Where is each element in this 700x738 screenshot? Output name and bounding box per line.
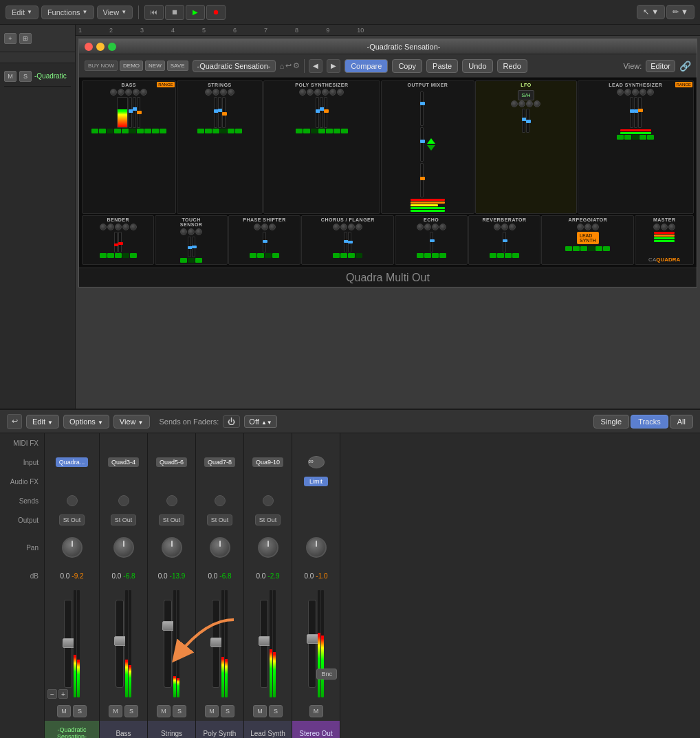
rewind-btn[interactable]: ⏮ bbox=[144, 5, 164, 20]
single-toggle[interactable]: Single bbox=[593, 415, 630, 428]
ch1-pan-knob[interactable] bbox=[62, 537, 83, 558]
pencil-tool[interactable]: ✏ ▼ bbox=[666, 5, 694, 19]
bend-k5[interactable] bbox=[130, 224, 137, 230]
rev-f1[interactable] bbox=[503, 232, 506, 252]
ch2-sends-knob[interactable] bbox=[118, 495, 129, 506]
ch6-pan-knob[interactable] bbox=[306, 537, 327, 558]
poly-knob-1[interactable] bbox=[299, 89, 306, 96]
out-fader-2[interactable] bbox=[420, 127, 424, 162]
cho-k2[interactable] bbox=[340, 224, 347, 230]
cho-f2[interactable] bbox=[348, 232, 351, 252]
bass-fader-3[interactable] bbox=[137, 97, 140, 128]
phase-gbtn-2[interactable] bbox=[257, 253, 264, 258]
track-item-quadratic[interactable]: M S -Quadratic bbox=[4, 66, 71, 87]
arp-gbtn-6[interactable] bbox=[603, 246, 610, 251]
poly-gbtn-7[interactable] bbox=[341, 129, 348, 133]
demo-btn[interactable]: DEMO bbox=[120, 61, 143, 71]
bend-gbtn-4[interactable] bbox=[122, 253, 129, 258]
lfo-knob-1[interactable] bbox=[511, 100, 518, 107]
bass-knob-2[interactable] bbox=[118, 89, 124, 96]
ch5-s-btn[interactable]: S bbox=[269, 705, 283, 717]
bend-k3[interactable] bbox=[115, 224, 122, 230]
pointer-tool[interactable]: ↖ ▼ bbox=[637, 5, 665, 19]
sends-onoff-btn[interactable]: ⏻ bbox=[223, 415, 240, 428]
cho-k1[interactable] bbox=[333, 224, 340, 230]
mute-btn[interactable]: M bbox=[4, 71, 17, 82]
ch5-output-btn[interactable]: St Out bbox=[255, 514, 281, 525]
echo-gbtn-4[interactable] bbox=[439, 253, 446, 258]
bass-gbtn-1[interactable] bbox=[91, 129, 98, 133]
echo-gbtn-1[interactable] bbox=[417, 253, 424, 258]
buy-now-btn[interactable]: BUY NOW bbox=[85, 61, 118, 71]
str-gbtn-5[interactable] bbox=[228, 129, 234, 133]
ch1-output-btn[interactable]: St Out bbox=[59, 514, 85, 525]
str-gbtn-6[interactable] bbox=[235, 129, 242, 133]
compare-btn[interactable]: Compare bbox=[344, 59, 388, 73]
lfo-knob-3[interactable] bbox=[526, 100, 533, 107]
str-fader-2[interactable] bbox=[218, 97, 221, 128]
bass-gbtn-8[interactable] bbox=[144, 129, 151, 133]
mixer-options-btn[interactable]: Options ▼ bbox=[63, 415, 109, 428]
str-knob-2[interactable] bbox=[212, 89, 219, 96]
ch3-fader-track[interactable] bbox=[164, 600, 172, 688]
ch6-stereo-icon[interactable]: ∞ bbox=[308, 456, 325, 468]
str-gbtn-1[interactable] bbox=[197, 129, 204, 133]
lfo-knob-2[interactable] bbox=[518, 100, 525, 107]
redo-btn[interactable]: Redo bbox=[497, 59, 527, 73]
ch2-output-btn[interactable]: St Out bbox=[111, 514, 137, 525]
lead-gbtn-1[interactable] bbox=[617, 135, 624, 140]
phase-gbtn-3[interactable] bbox=[265, 253, 272, 258]
touch-gbtn-2[interactable] bbox=[188, 258, 195, 263]
ch6-m-btn[interactable]: M bbox=[309, 705, 323, 717]
lead-gbtn-4[interactable] bbox=[639, 135, 646, 140]
ch1-input-chip[interactable]: Quadra... bbox=[56, 457, 89, 467]
touch-f1[interactable] bbox=[188, 237, 191, 257]
bass-knob-1[interactable] bbox=[110, 89, 117, 96]
lead-fader-1[interactable] bbox=[630, 97, 633, 128]
lead-fader-2[interactable] bbox=[634, 97, 637, 128]
echo-k4[interactable] bbox=[439, 224, 446, 230]
arrow-down-icon[interactable] bbox=[427, 145, 435, 151]
poly-knob-4[interactable] bbox=[322, 89, 329, 96]
phase-k3[interactable] bbox=[269, 224, 276, 230]
maximize-btn[interactable] bbox=[108, 43, 116, 51]
poly-fader-2[interactable] bbox=[320, 97, 323, 128]
ch2-pan-knob[interactable] bbox=[113, 537, 134, 558]
bass-gbtn-4[interactable] bbox=[114, 129, 121, 133]
str-knob-3[interactable] bbox=[220, 89, 227, 96]
ch1-minus-btn[interactable]: − bbox=[47, 689, 57, 699]
rev-gbtn-3[interactable] bbox=[505, 253, 512, 258]
bend-k1[interactable] bbox=[100, 224, 107, 230]
out-fader-3[interactable] bbox=[420, 163, 424, 197]
touch-k2[interactable] bbox=[188, 228, 195, 235]
functions-menu[interactable]: Functions ▼ bbox=[41, 6, 94, 19]
rev-gbtn-2[interactable] bbox=[497, 253, 504, 258]
copy-icon[interactable]: ⌂ bbox=[280, 62, 285, 70]
phase-k1[interactable] bbox=[254, 224, 261, 230]
arp-gbtn-2[interactable] bbox=[573, 246, 580, 251]
bass-knob-4[interactable] bbox=[133, 89, 140, 96]
ch5-pan-knob[interactable] bbox=[258, 537, 278, 558]
rev-k3[interactable] bbox=[509, 224, 516, 230]
lead-knob-2[interactable] bbox=[624, 89, 631, 96]
ch4-input-chip[interactable]: Quad7-8 bbox=[204, 457, 235, 467]
cho-gbtn-4[interactable] bbox=[356, 253, 362, 258]
poly-gbtn-5[interactable] bbox=[326, 129, 333, 133]
poly-knob-6[interactable] bbox=[337, 89, 344, 96]
mixer-view-btn[interactable]: View ▼ bbox=[113, 415, 150, 428]
bend-k4[interactable] bbox=[122, 224, 129, 230]
str-knob-1[interactable] bbox=[205, 89, 212, 96]
save-btn[interactable]: SAVE bbox=[167, 61, 188, 71]
lead-knob-4[interactable] bbox=[639, 89, 646, 96]
bend-f2[interactable] bbox=[118, 232, 122, 252]
bass-knob-3[interactable] bbox=[125, 89, 132, 96]
ch2-fader-track[interactable] bbox=[116, 600, 124, 688]
ch4-sends-knob[interactable] bbox=[215, 495, 226, 506]
lead-fader-3[interactable] bbox=[638, 97, 642, 128]
cho-gbtn-1[interactable] bbox=[333, 253, 340, 258]
stop-btn[interactable]: ⏹ bbox=[165, 5, 184, 20]
bend-k2[interactable] bbox=[107, 224, 114, 230]
solo-btn[interactable]: S bbox=[19, 71, 32, 82]
bend-gbtn-3[interactable] bbox=[115, 253, 122, 258]
str-gbtn-3[interactable] bbox=[212, 129, 219, 133]
